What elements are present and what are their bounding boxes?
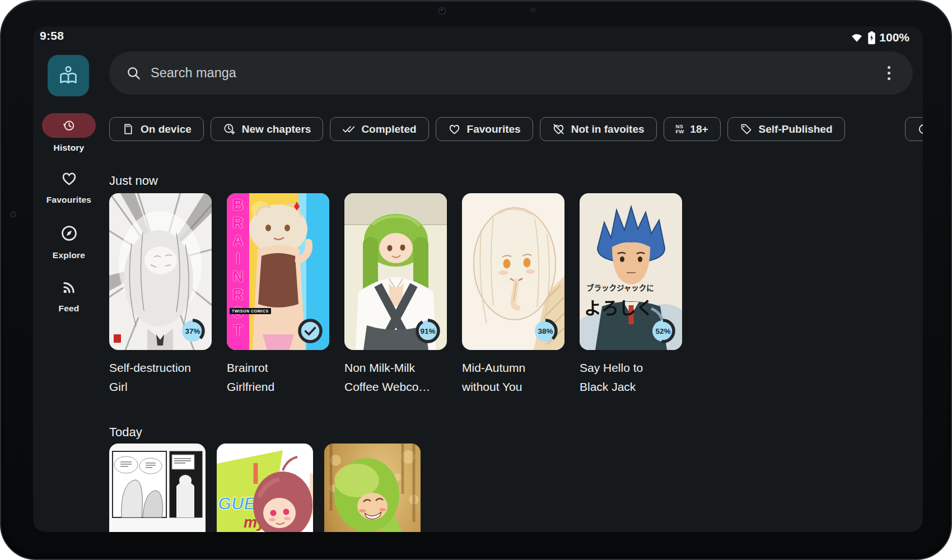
front-camera <box>438 7 446 15</box>
manga-title: Brainrot Girlfriend <box>227 358 329 396</box>
manga-cover: RAISE <box>109 444 206 532</box>
chip-partial[interactable] <box>905 117 923 141</box>
cover-art-bw-manga-page: RAISE <box>109 444 206 532</box>
battery-charging-icon <box>868 31 875 44</box>
progress-value: 52% <box>651 319 675 343</box>
history-entry[interactable]: I GUESS my ROOM MATE <box>217 444 313 532</box>
sd-card-icon <box>122 123 134 136</box>
manga-title: Mid-Autumn without You <box>462 358 564 396</box>
mihon-book-icon <box>55 63 81 88</box>
wifi-icon <box>850 31 864 44</box>
clipped-circle-icon <box>917 123 923 136</box>
sidebar-label: Favourites <box>46 195 91 205</box>
heart-off-icon <box>552 123 565 136</box>
manga-title: Non Milk-Milk Coffee Webco… <box>344 358 447 396</box>
sidebar-item-explore[interactable]: Explore <box>33 224 105 260</box>
app-screen: 9:58 100% <box>33 26 923 532</box>
cover-art-green-hair-bar <box>324 444 421 532</box>
progress-badge: 52% <box>651 319 675 343</box>
history-entry[interactable]: RAISE <box>109 444 206 532</box>
completed-badge <box>298 319 323 343</box>
status-icons: 100% <box>850 31 909 44</box>
sidebar-item-favourites[interactable]: Favourites <box>33 170 105 205</box>
double-check-icon <box>342 123 355 136</box>
sidebar-item-history[interactable]: History <box>33 113 105 153</box>
chip-completed[interactable]: Completed <box>330 117 428 141</box>
history-entry[interactable] <box>324 444 421 532</box>
cover-art-roommate: I GUESS my ROOM MATE <box>217 444 313 532</box>
chip-label: Favourites <box>467 123 521 136</box>
chip-label: New chapters <box>242 123 311 136</box>
search-bar[interactable]: Search manga <box>109 52 913 95</box>
chip-label: Not in favoites <box>571 123 645 136</box>
navigation-rail: History Favourites Explore <box>33 26 105 532</box>
manga-title: Self-destruction Girl <box>109 358 212 396</box>
clock-plus-icon <box>223 123 236 136</box>
chip-favourites[interactable]: Favourites <box>436 117 533 141</box>
battery-percent: 100% <box>879 31 909 44</box>
svg-text:ブラックジャックに: ブラックジャックに <box>586 283 654 292</box>
selected-pill <box>42 113 96 138</box>
progress-value: 91% <box>416 319 440 343</box>
history-entry[interactable]: BRAINROT TWISON COMICS Brainrot Girlfrie… <box>227 193 329 396</box>
compass-icon <box>60 224 78 242</box>
history-row-just-now: 37% Self-destruction Girl <box>109 193 682 396</box>
tablet-device: 9:58 100% <box>0 0 952 560</box>
chip-new-chapters[interactable]: New chapters <box>211 117 324 141</box>
sidebar-item-feed[interactable]: Feed <box>33 279 105 314</box>
progress-badge: 91% <box>416 319 440 343</box>
chip-label: Self-Published <box>759 123 833 136</box>
manga-cover: BRAINROT TWISON COMICS <box>227 193 329 350</box>
chip-label: 18+ <box>690 123 708 136</box>
section-header-just-now: Just now <box>109 174 158 188</box>
manga-cover <box>324 444 421 532</box>
chip-not-in-favourites[interactable]: Not in favoites <box>540 117 657 141</box>
manga-cover: 38% <box>462 193 564 350</box>
history-icon <box>62 119 76 132</box>
chip-label: On device <box>141 123 192 136</box>
progress-badge: 38% <box>533 319 558 343</box>
history-entry[interactable]: 37% Self-destruction Girl <box>109 193 212 396</box>
svg-text:よろしく: よろしく <box>584 298 654 318</box>
sidebar-label: Feed <box>59 304 80 314</box>
nsfw-icon: NS FW <box>676 124 684 134</box>
manga-cover: ブラックジャックに よろしく 佐藤秀峰 52% <box>580 193 682 350</box>
heart-outline-icon <box>448 123 461 136</box>
kebab-menu-icon[interactable] <box>879 61 898 86</box>
progress-value: 37% <box>180 319 205 343</box>
manga-cover: I GUESS my ROOM MATE <box>217 444 313 532</box>
history-entry[interactable]: 91% Non Milk-Milk Coffee Webco… <box>344 193 447 396</box>
manga-title: Say Hello to Black Jack <box>580 358 682 396</box>
rss-icon <box>60 279 77 296</box>
side-sensor-dot <box>10 211 16 217</box>
heart-icon <box>60 170 78 187</box>
chip-self-published[interactable]: Self-Published <box>727 117 845 141</box>
history-entry[interactable]: ブラックジャックに よろしく 佐藤秀峰 52% Say Hello to Bla… <box>580 193 682 396</box>
history-row-today: RAISE I GUESS my <box>109 444 421 532</box>
cover-publisher-label: TWISON COMICS <box>230 308 271 314</box>
filter-chip-row: On device New chapters Completed <box>109 117 923 143</box>
tag-icon <box>740 123 753 136</box>
sidebar-label: History <box>54 143 85 153</box>
manga-cover: 91% <box>344 193 447 350</box>
sidebar-label: Explore <box>53 250 85 260</box>
app-logo[interactable] <box>48 55 89 96</box>
chip-nsfw-18plus[interactable]: NS FW 18+ <box>664 117 721 141</box>
history-entry[interactable]: 38% Mid-Autumn without You <box>462 193 564 396</box>
progress-value: 38% <box>533 319 558 343</box>
chip-on-device[interactable]: On device <box>109 117 204 141</box>
search-input[interactable]: Search manga <box>151 66 879 81</box>
front-camera-secondary <box>531 8 535 12</box>
cover-vertical-title: BRAINROT <box>229 197 246 340</box>
svg-text:I: I <box>251 456 260 490</box>
progress-badge: 37% <box>180 319 205 343</box>
chip-label: Completed <box>361 123 416 136</box>
search-icon <box>126 66 141 81</box>
section-header-today: Today <box>109 425 142 440</box>
manga-cover: 37% <box>109 193 212 350</box>
